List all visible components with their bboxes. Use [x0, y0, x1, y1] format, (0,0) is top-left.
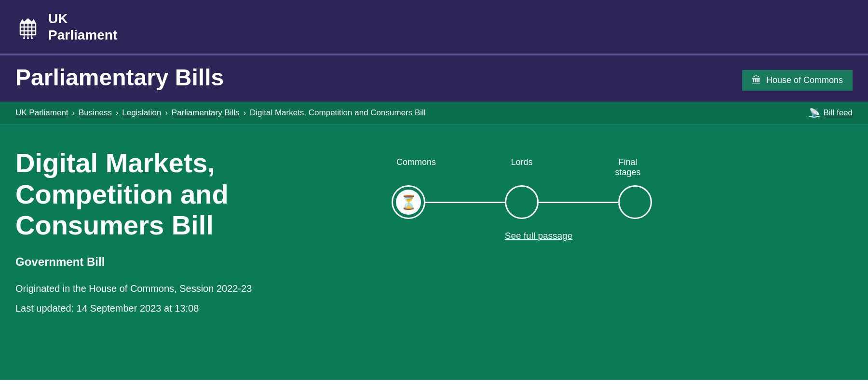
stage-label-lords: Lords — [502, 157, 541, 178]
bill-last-updated: Last updated: 14 September 2023 at 13:08 — [15, 303, 353, 314]
passage-diagram: Commons Lords Final stages ⏳ See full pa… — [382, 148, 662, 241]
rss-icon: 📡 — [809, 108, 820, 118]
stage-circle-commons: ⏳ — [392, 185, 425, 219]
bill-info: Digital Markets, Competition and Consume… — [15, 148, 353, 314]
stage-line-2 — [539, 202, 618, 203]
bill-title: Digital Markets, Competition and Consume… — [15, 148, 353, 241]
logo-text: UK Parliament — [48, 11, 117, 43]
breadcrumb: UK Parliament › Business › Legislation ›… — [15, 108, 426, 118]
parliament-building-icon: 🏛 — [752, 75, 761, 86]
stage-circle-final — [618, 185, 652, 219]
stage-label-commons: Commons — [396, 157, 435, 178]
main-content: Digital Markets, Competition and Consume… — [0, 124, 868, 380]
bill-feed-link[interactable]: 📡 Bill feed — [809, 108, 853, 118]
house-of-commons-label: House of Commons — [766, 75, 843, 85]
svg-point-11 — [27, 37, 29, 39]
stage-circles: ⏳ — [382, 185, 662, 219]
top-header: UK Parliament — [0, 0, 868, 55]
bill-type: Government Bill — [15, 255, 353, 269]
bill-origin: Originated in the House of Commons, Sess… — [15, 283, 353, 294]
breadcrumb-uk-parliament[interactable]: UK Parliament — [15, 108, 68, 118]
svg-point-10 — [23, 37, 25, 39]
see-full-passage-link[interactable]: See full passage — [505, 231, 573, 241]
breadcrumb-business[interactable]: Business — [79, 108, 112, 118]
bill-feed-label: Bill feed — [824, 108, 853, 118]
breadcrumb-separator-2: › — [116, 109, 118, 117]
page-title: Parliamentary Bills — [15, 64, 224, 91]
stage-label-final: Final stages — [609, 157, 647, 178]
svg-point-12 — [31, 37, 33, 39]
hourglass-icon: ⏳ — [396, 190, 421, 215]
stage-line-1 — [425, 202, 505, 203]
breadcrumb-bar: UK Parliament › Business › Legislation ›… — [0, 102, 868, 124]
stage-labels: Commons Lords Final stages — [382, 157, 662, 178]
breadcrumb-separator-4: › — [244, 109, 246, 117]
title-bar: Parliamentary Bills 🏛 House of Commons — [0, 55, 868, 102]
breadcrumb-separator-3: › — [165, 109, 168, 117]
see-full-passage: See full passage — [416, 231, 662, 241]
house-of-commons-badge[interactable]: 🏛 House of Commons — [742, 70, 853, 91]
breadcrumb-current: Digital Markets, Competition and Consume… — [250, 108, 426, 118]
breadcrumb-parliamentary-bills[interactable]: Parliamentary Bills — [172, 108, 240, 118]
breadcrumb-legislation[interactable]: Legislation — [122, 108, 161, 118]
parliament-logo-icon — [15, 14, 41, 40]
breadcrumb-separator-1: › — [72, 109, 75, 117]
stage-circle-lords — [505, 185, 539, 219]
